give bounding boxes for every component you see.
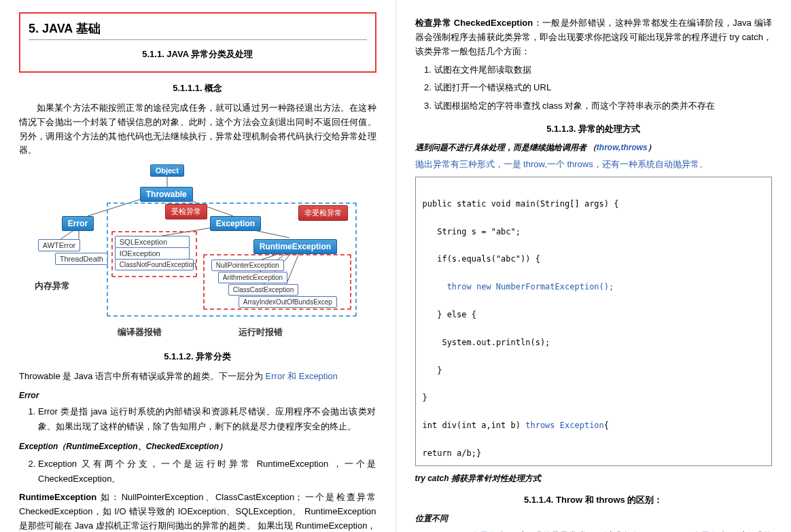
list-error: Error 类是指 java 运行时系统的内部错误和资源耗尽错误。应用程序不会抛… <box>38 404 376 434</box>
list-item: throws 用在函数上，后面跟的是异常类，可以跟多个；而 throw 用在函数… <box>434 529 773 532</box>
section-title: 5. JAVA 基础 <box>29 20 367 40</box>
list-item: 试图根据给定的字符串查找 class 对象，而这个字符串表示的类并不存在 <box>434 99 773 113</box>
exception-hierarchy-diagram: Object Throwable Error Exception AWTErro… <box>35 164 361 341</box>
node-object: Object <box>150 164 184 177</box>
paragraph-throwable: Throwable 是 Java 语言中所有错误或异常的超类。下一层分为 Err… <box>19 370 376 384</box>
label-compile-error: 编译器报错 <box>118 326 162 338</box>
list-position: throws 用在函数上，后面跟的是异常类，可以跟多个；而 throw 用在函数… <box>434 529 773 532</box>
node-arithmetic: ArithmeticException <box>218 272 287 283</box>
list-item-error: Error 类是指 java 运行时系统的内部错误和资源耗尽错误。应用程序不会抛… <box>38 404 376 434</box>
list-item: 试图打开一个错误格式的 URL <box>434 80 773 95</box>
node-classcast: ClassCastException <box>228 284 298 296</box>
paragraph-runtime: RuntimeException 如：NullPointerException、… <box>19 491 376 532</box>
node-threaddeath: ThreadDeath <box>55 253 108 265</box>
heading-exception-sub: Exception（RuntimeException、CheckedExcept… <box>19 441 376 453</box>
heading-handling: 5.1.1.3. 异常的处理方式 <box>415 123 773 135</box>
list-exception: Exception 又有两个分支，一个是运行时异常 RuntimeExcepti… <box>38 457 376 486</box>
highlight-box: 5. JAVA 基础 5.1.1. JAVA 异常分类及处理 <box>19 12 376 73</box>
heading-position-diff: 位置不同 <box>415 513 773 525</box>
node-npe: NullPointerException <box>211 260 284 271</box>
label-runtime-error: 运行时报错 <box>239 326 283 338</box>
list-item: 试图在文件尾部读取数据 <box>434 63 773 77</box>
heading-error: Error <box>19 391 376 400</box>
paragraph-throw-forms: 抛出异常有三种形式，一是 throw,一个 throws，还有一种系统自动抛异常… <box>415 158 773 172</box>
paragraph-concept: 如果某个方法不能按照正常的途径完成任务，就可以通过另一种路径退出方法。在这种情况… <box>19 101 376 158</box>
heading-concept: 5.1.1.1. 概念 <box>19 82 376 94</box>
heading-trycatch: try catch 捕获异常针对性处理方式 <box>415 473 773 484</box>
paragraph-checkedexception: 检查异常 CheckedException：一般是外部错误，这种异常都发生在编译… <box>415 16 773 58</box>
heading-classification: 5.1.1.2. 异常分类 <box>19 351 376 363</box>
node-error: Error <box>62 216 94 231</box>
code-example: public static void main(String[] args) {… <box>415 177 773 466</box>
list-item-exception: Exception 又有两个分支，一个是运行时异常 RuntimeExcepti… <box>38 457 376 486</box>
list-checked-examples: 试图在文件尾部读取数据 试图打开一个错误格式的 URL 试图根据给定的字符串查找… <box>434 63 773 113</box>
label-memory-exception: 内存异常 <box>35 280 70 292</box>
node-throwable: Throwable <box>140 187 193 202</box>
heading-throw-throws: 遇到问题不进行具体处理，而是继续抛给调用者 （throw,throws） <box>415 142 773 154</box>
node-aioobe: ArrayIndexOutOfBundsExcep <box>239 296 337 308</box>
heading-throw-vs-throws: 5.1.1.4. Throw 和 throws 的区别： <box>415 494 773 506</box>
node-awterror: AWTError <box>38 239 80 251</box>
section-subtitle: 5.1.1. JAVA 异常分类及处理 <box>29 48 367 60</box>
